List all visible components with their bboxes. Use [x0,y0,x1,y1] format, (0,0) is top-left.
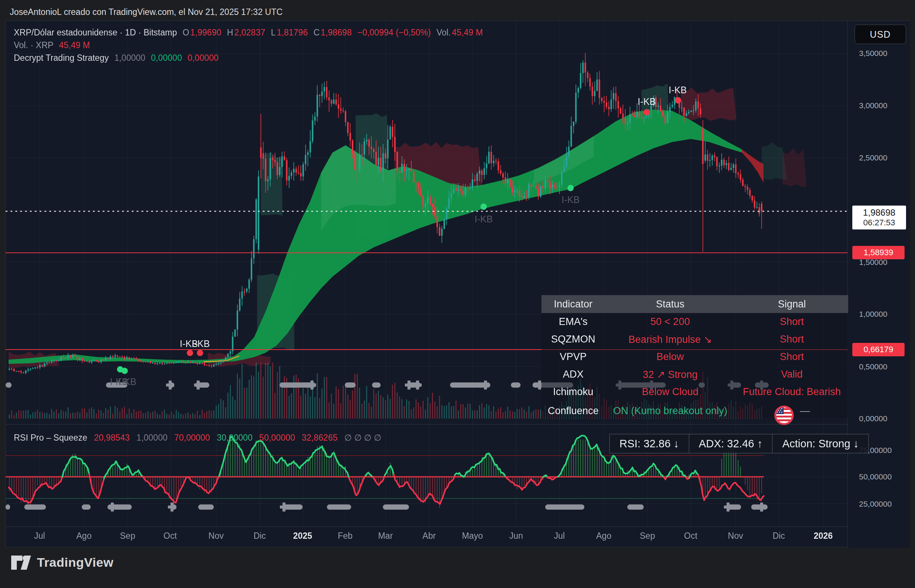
low-value: L1,81796 [271,27,308,38]
time-axis-label[interactable]: Jun [509,531,523,541]
price-axis-tick: 3,50000 [859,49,888,58]
tradingview-brand-text[interactable]: TradingView [37,555,113,570]
price-axis-tick: 2,50000 [859,153,888,162]
indicator-table-header: Indicator Status Signal [542,295,848,313]
time-axis-label[interactable]: Oct [163,531,177,541]
header-status: Status [605,299,736,310]
attribution-bar: JoseAntonioL creado con TradingView.com,… [10,6,283,18]
chart-panel: I-KBI-KBI-KBI-KBI-KBI-KBI-KBI-KB XRP/Dól… [5,21,910,547]
time-axis-label[interactable]: Oct [684,531,697,541]
indicator-status: ON (Kumo breakout only) [605,405,736,417]
indicator-status: 32 ↗ Strong [605,368,736,381]
indicator-table-row: ADX32 ↗ StrongValid [542,366,848,383]
change-value: −0,00994 (−0,50%) [357,27,431,38]
indicator-signal: Short [736,351,848,363]
symbol-title[interactable]: XRP/Dólar estadounidense · 1D · Bitstamp [14,27,177,38]
indicator-status: Below Cloud [605,386,736,398]
price-axis-tick: 0,50000 [859,362,888,371]
rsi-status-badge: RSI: 32.86 ↓ [609,434,689,453]
time-axis-label[interactable]: 2026 [813,531,833,541]
volume-indicator-value: 45,49 M [59,40,90,50]
time-axis-label[interactable]: Ago [76,531,92,541]
time-axis-label[interactable]: Abr [422,531,436,541]
strategy-value-2: 0,00000 [151,53,182,63]
tradingview-snapshot: JoseAntonioL creado con TradingView.com,… [0,0,915,588]
last-price-label: 1,98698 06:27:53 [852,205,906,229]
time-axis-label[interactable]: 2025 [293,531,312,541]
header-indicator: Indicator [542,299,605,310]
strategy-value-3: 0,00000 [188,53,219,63]
high-value: H2,02837 [227,27,265,38]
indicator-name: EMA's [542,316,605,328]
price-axis-tick: 50,00000 [859,472,892,481]
rsi-legend[interactable]: RSI Pro – Squeeze 20,985431,0000070,0000… [14,431,382,445]
strategy-row[interactable]: Decrypt Trading Strategy 1,00000 0,00000… [14,52,483,64]
close-value: C1,98698 [314,27,352,38]
price-axis-tick: 1,00000 [859,310,888,318]
price-chart-canvas[interactable] [6,21,909,547]
time-axis-label[interactable]: Jul [554,531,564,541]
price-axis-tick: 25,00000 [859,499,892,509]
indicator-table-row: EMA's50 < 200Short [542,313,848,331]
footer-attribution[interactable]: TradingView [11,555,113,570]
rsi-status-badge: ADX: 32.46 ↑ [689,434,773,453]
time-axis-label[interactable]: Dic [773,531,785,541]
indicator-name: Confluence [542,405,605,417]
volume-indicator-label[interactable]: Vol. · XRP [14,40,53,50]
tradingview-logo-icon [11,556,31,570]
rsi-legend-value: 30,00000 [217,433,253,443]
rsi-status-badge: Action: Strong ↓ [772,434,869,453]
indicator-status: 50 < 200 [605,316,736,328]
rsi-legend-value: ∅ ∅ ∅ ∅ [344,433,382,443]
volume-value: Vol.45,49 M [436,27,483,38]
indicator-name: VPVP [542,351,605,363]
price-axis[interactable]: USD 3,500003,000002,500001,500001,000000… [847,21,910,548]
rsi-legend-title[interactable]: RSI Pro – Squeeze [14,433,87,443]
strategy-label[interactable]: Decrypt Trading Strategy [14,53,108,63]
volume-indicator-row[interactable]: Vol. · XRP 45,49 M [14,39,483,52]
indicator-signal: Valid [736,368,848,380]
alert-price-label: 1,58939 [852,246,905,259]
price-axis-tick: 3,00000 [859,101,888,110]
indicator-signal: Future Cloud: Bearish [736,386,848,398]
indicator-table: Indicator Status Signal EMA's50 < 200Sho… [542,295,848,418]
time-axis[interactable]: JulAgoSepOctNovDic2025FebMarAbrMayoJunJu… [6,527,847,547]
time-axis-label[interactable]: Nov [728,531,744,541]
rsi-status-badges: RSI: 32.86 ↓ADX: 32.46 ↑Action: Strong ↓ [610,434,869,453]
header-signal: Signal [736,299,848,310]
indicator-name: ADX [542,368,605,380]
currency-toggle-button[interactable]: USD [855,24,906,44]
time-axis-label[interactable]: Mar [378,531,393,541]
indicator-signal: Short [736,316,848,328]
time-axis-label[interactable]: Sep [640,531,655,541]
alert-price-label: 0,66179 [852,343,905,356]
flag-dash: — [800,405,810,417]
chart-legend: XRP/Dólar estadounidense · 1D · Bitstamp… [14,26,483,64]
time-axis-label[interactable]: Sep [120,531,136,541]
indicator-signal: — [736,401,848,421]
indicator-table-row: IchimokuBelow CloudFuture Cloud: Bearish [542,383,848,401]
indicator-name: Ichimoku [542,386,605,398]
time-axis-label[interactable]: Jul [34,531,45,541]
indicator-signal: Short [736,334,848,345]
open-value: O1,99690 [183,27,221,38]
price-axis-tick: 0,00000 [859,414,888,423]
time-axis-label[interactable]: Ago [597,531,612,541]
indicator-table-row: VPVPBelowShort [542,348,848,366]
time-axis-label[interactable]: Dic [253,531,266,541]
indicator-table-row: ConfluenceON (Kumo breakout only)— [542,401,848,418]
rsi-legend-values: 20,985431,0000070,0000030,0000050,000003… [94,433,382,443]
rsi-legend-value: 20,98543 [94,433,130,443]
indicator-table-row: SQZMONBearish Impulse ↘Short [542,331,848,348]
time-axis-label[interactable]: Nov [209,531,224,541]
time-axis-label[interactable]: Feb [338,531,352,541]
time-axis-label[interactable]: Mayo [462,531,483,541]
strategy-value-1: 1,00000 [114,53,145,63]
indicator-status: Below [605,351,736,363]
indicator-name: SQZMON [542,334,605,345]
rsi-legend-value: 32,86265 [302,433,338,443]
indicator-status: Bearish Impulse ↘ [605,334,736,346]
symbol-row[interactable]: XRP/Dólar estadounidense · 1D · Bitstamp… [14,26,483,39]
rsi-legend-value: 1,00000 [137,433,168,443]
us-flag-icon [774,405,794,425]
